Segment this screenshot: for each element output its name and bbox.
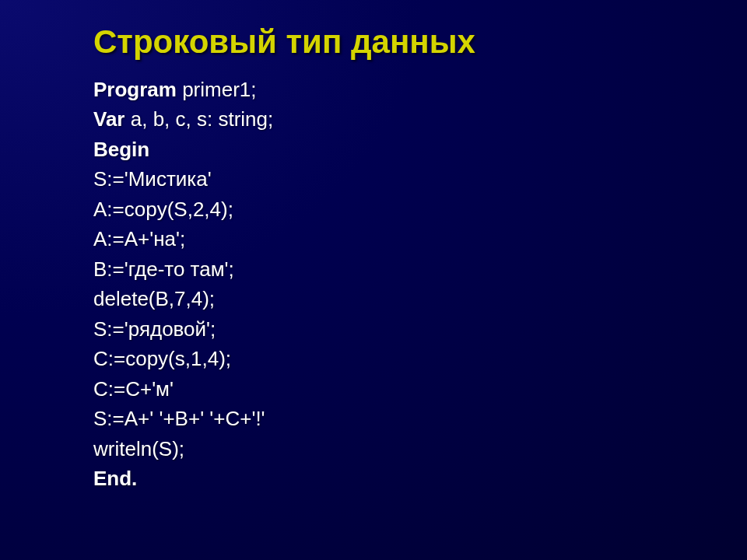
code-text: S:='рядовой'; xyxy=(93,317,216,341)
code-text: S:='Мистика' xyxy=(93,167,212,191)
code-line-9: C:=copy(s,1,4); xyxy=(93,344,747,373)
code-text: Var xyxy=(93,107,131,131)
code-text: S:=A+' '+B+' '+C+'!' xyxy=(93,407,265,430)
code-text: a, b, c, s: string; xyxy=(131,107,274,131)
code-text: C:=C+'м' xyxy=(93,377,174,401)
code-text: delete(B,7,4); xyxy=(93,287,215,310)
code-text: B:='где-то там'; xyxy=(93,257,234,281)
code-text: Program xyxy=(93,78,182,101)
code-line-6: B:='где-то там'; xyxy=(93,254,747,284)
code-text: A:=A+'на'; xyxy=(93,227,185,250)
code-text: A:=copy(S,2,4); xyxy=(93,198,233,221)
code-line-3: S:='Мистика' xyxy=(93,164,747,194)
code-line-13: End. xyxy=(93,464,747,493)
code-text: C:=copy(s,1,4); xyxy=(93,347,231,370)
code-line-1: Var a, b, c, s: string; xyxy=(93,104,747,134)
code-text: primer1; xyxy=(182,78,256,101)
slide-title: Строковый тип данных xyxy=(93,23,747,61)
code-line-12: writeln(S); xyxy=(93,434,747,464)
slide-content: Строковый тип данных Program primer1;Var… xyxy=(0,0,747,494)
code-text: writeln(S); xyxy=(93,437,184,460)
code-line-11: S:=A+' '+B+' '+C+'!' xyxy=(93,404,747,433)
code-block: Program primer1;Var a, b, c, s: string;B… xyxy=(93,75,747,494)
code-line-7: delete(B,7,4); xyxy=(93,284,747,313)
code-line-8: S:='рядовой'; xyxy=(93,314,747,344)
code-line-0: Program primer1; xyxy=(93,75,747,104)
code-text: Begin xyxy=(93,138,149,161)
code-text: End. xyxy=(93,467,137,490)
code-line-2: Begin xyxy=(93,135,747,164)
code-line-5: A:=A+'на'; xyxy=(93,224,747,254)
code-line-10: C:=C+'м' xyxy=(93,374,747,404)
code-line-4: A:=copy(S,2,4); xyxy=(93,194,747,224)
